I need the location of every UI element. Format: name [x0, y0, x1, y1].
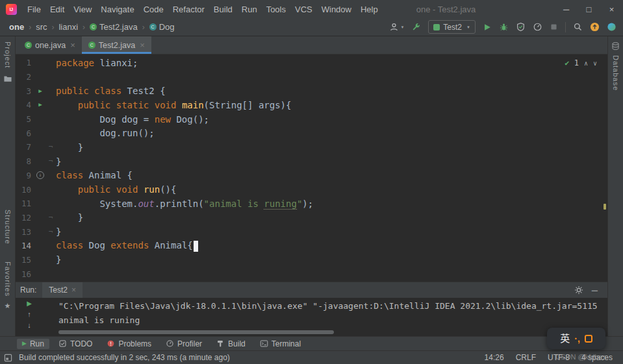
minimize-button[interactable]: ─ [555, 0, 578, 18]
next-problem-icon[interactable]: ∨ [593, 60, 597, 67]
code-text[interactable]: } [56, 212, 83, 223]
menu-tools[interactable]: Tools [262, 5, 290, 14]
close-tab-icon[interactable]: × [70, 40, 75, 50]
toolwindow-problems[interactable]: Problems [101, 339, 157, 349]
line-number[interactable]: 8 [16, 156, 35, 166]
line-number[interactable]: 10 [16, 185, 35, 195]
line-number[interactable]: 3 [16, 86, 35, 96]
code-text[interactable]: } [56, 226, 61, 237]
coverage-shield-icon[interactable] [516, 22, 526, 32]
breadcrumb-project[interactable]: one [9, 22, 24, 32]
code-line[interactable]: 3▶public class Test2 { [16, 84, 607, 98]
menu-run[interactable]: Run [237, 5, 262, 14]
toolwindow-toggle-icon[interactable] [4, 354, 12, 362]
code-line[interactable]: 16 [16, 267, 607, 281]
line-number[interactable]: 14 [16, 241, 35, 250]
close-tab-icon[interactable]: × [71, 285, 76, 295]
code-line[interactable]: 9↓class Animal { [16, 169, 607, 183]
code-text[interactable]: package lianxi; [56, 58, 138, 68]
close-tab-icon[interactable]: × [140, 40, 145, 50]
update-notification-icon[interactable] [590, 22, 600, 32]
code-line[interactable]: 8¬} [16, 154, 607, 169]
menu-edit[interactable]: Edit [45, 5, 69, 14]
code-text[interactable]: } [56, 254, 61, 265]
code-line[interactable]: 6 dog.run(); [16, 126, 607, 140]
code-text[interactable]: class Animal { [56, 170, 133, 180]
scrollbar-warning-mark[interactable] [604, 204, 606, 210]
up-arrow-icon[interactable]: ↑ [27, 311, 31, 318]
line-number[interactable]: 9 [16, 171, 35, 180]
hide-panel-icon[interactable]: ─ [592, 285, 598, 295]
implemented-marker-icon[interactable]: ↓ [36, 171, 44, 179]
tab-test2-java[interactable]: C Test2.java × [82, 36, 151, 54]
gear-icon[interactable] [574, 285, 583, 295]
toolwindow-build[interactable]: Build [211, 339, 251, 349]
toolwindow-run[interactable]: ▶ Run [17, 339, 49, 349]
menu-view[interactable]: View [69, 5, 96, 14]
plugin-status-icon[interactable] [607, 22, 617, 32]
breadcrumb-package[interactable]: lianxi [58, 22, 78, 32]
close-button[interactable]: × [600, 0, 623, 18]
code-text[interactable]: dog.run(); [56, 128, 155, 138]
code-text[interactable]: public class Test2 { [56, 86, 166, 96]
toolwindow-profiler[interactable]: Profiler [160, 339, 207, 349]
prev-problem-icon[interactable]: ∧ [584, 60, 588, 67]
profiler-gauge-icon[interactable] [533, 22, 542, 32]
sidebar-item-favorites[interactable]: Favorites [4, 261, 12, 297]
line-number[interactable]: 12 [16, 213, 35, 223]
code-text[interactable]: Dog dog = new Dog(); [56, 114, 209, 125]
menu-refactor[interactable]: Refactor [168, 5, 209, 14]
folder-icon[interactable] [3, 75, 12, 82]
code-text[interactable]: public void run(){ [56, 184, 176, 195]
search-icon[interactable] [573, 22, 583, 32]
toolwindow-terminal[interactable]: Terminal [255, 339, 306, 349]
line-number[interactable]: 6 [16, 128, 35, 138]
code-line[interactable]: 11 System.out.println("animal is runing"… [16, 197, 607, 211]
line-number[interactable]: 7 [16, 142, 35, 152]
toolwindow-todo[interactable]: TODO [53, 339, 97, 349]
code-line[interactable]: 2 [16, 70, 607, 84]
star-icon[interactable]: ★ [5, 302, 11, 310]
code-text[interactable]: } [56, 156, 61, 167]
breadcrumb-src[interactable]: src [36, 22, 47, 32]
menu-navigate[interactable]: Navigate [96, 5, 138, 14]
run-configuration-select[interactable]: Test2 ▼ [428, 20, 476, 34]
rerun-icon[interactable]: ▶ [27, 300, 32, 307]
code-line[interactable]: 1package lianxi; [16, 56, 607, 70]
code-text[interactable]: } [56, 142, 83, 152]
tab-one-java[interactable]: C one.java × [18, 36, 82, 54]
fold-marker[interactable]: ¬ [45, 228, 56, 236]
horizontal-scrollbar[interactable] [58, 330, 334, 334]
menu-build[interactable]: Build [209, 5, 237, 14]
menu-window[interactable]: Window [317, 5, 356, 14]
code-line[interactable]: 14class Dog extends Animal{ [16, 239, 607, 253]
menu-file[interactable]: File [23, 5, 45, 14]
code-line[interactable]: 5 Dog dog = new Dog(); [16, 112, 607, 127]
down-arrow-icon[interactable]: ↓ [27, 322, 31, 329]
build-wrench-icon[interactable] [411, 22, 421, 32]
line-number[interactable]: 5 [16, 114, 35, 124]
line-number[interactable]: 1 [16, 58, 35, 67]
line-number[interactable]: 13 [16, 227, 35, 237]
code-line[interactable]: 4▶ public static void main(String[] args… [16, 98, 607, 112]
line-number[interactable]: 11 [16, 199, 35, 208]
fold-marker[interactable]: ¬ [45, 157, 56, 165]
run-line-icon[interactable]: ▶ [38, 102, 42, 108]
line-number[interactable]: 16 [16, 269, 35, 279]
ime-indicator-popup[interactable]: 英 ·, [547, 328, 605, 349]
breadcrumb-class[interactable]: C Dog [149, 22, 175, 32]
code-text[interactable]: public static void main(String[] args){ [56, 100, 291, 110]
menu-code[interactable]: Code [139, 5, 168, 14]
line-number[interactable]: 15 [16, 255, 35, 265]
code-line[interactable]: 10 public void run(){ [16, 182, 607, 197]
run-line-icon[interactable]: ▶ [38, 88, 42, 94]
menu-vcs[interactable]: VCS [290, 5, 317, 14]
code-line[interactable]: 12¬ } [16, 211, 607, 225]
stop-button[interactable] [550, 23, 558, 31]
maximize-button[interactable]: □ [578, 0, 600, 18]
breadcrumb-file[interactable]: C Test2.java [90, 22, 138, 32]
menu-help[interactable]: Help [356, 5, 383, 14]
line-number[interactable]: 2 [16, 72, 35, 82]
user-account-icon[interactable]: ▼ [389, 22, 404, 32]
code-line[interactable]: 13¬} [16, 224, 607, 239]
